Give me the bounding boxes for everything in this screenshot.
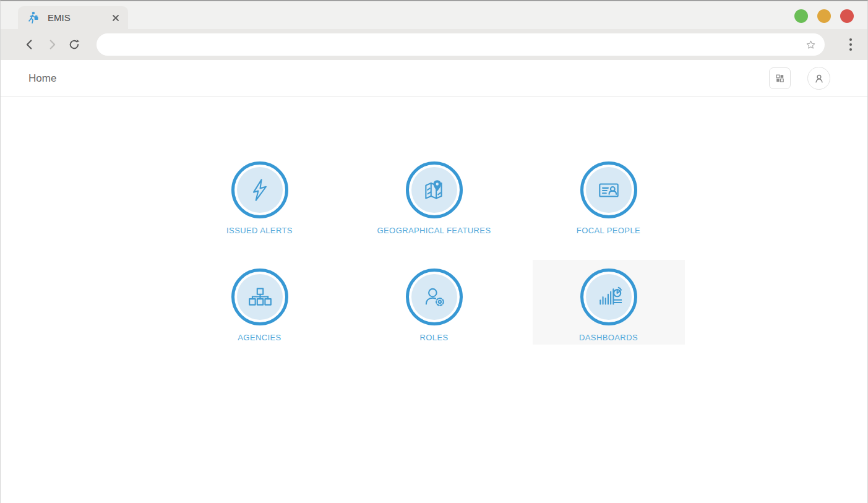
apps-grid-button[interactable] [769, 67, 791, 89]
home-content: ISSUED ALERTS [1, 153, 867, 503]
window-controls [794, 9, 854, 23]
page-title: Home [28, 72, 56, 85]
tab-title: EMIS [48, 12, 111, 23]
back-button[interactable] [21, 36, 38, 53]
header-actions [769, 67, 830, 90]
address-bar[interactable] [97, 33, 825, 56]
green-light-button[interactable] [794, 9, 808, 23]
reload-icon [67, 38, 81, 51]
user-person-icon [813, 72, 825, 85]
apps-grid-icon [775, 73, 785, 84]
tile-circle [580, 161, 637, 218]
tile-label: FOCAL PEOPLE [577, 226, 640, 235]
tab-strip: EMIS [1, 1, 867, 29]
browser-toolbar [1, 29, 867, 60]
tile-circle [580, 269, 637, 325]
user-gear-icon [421, 284, 447, 310]
org-chart-icon [247, 284, 273, 310]
bookmark-star-icon[interactable] [802, 37, 819, 53]
address-bar-input[interactable] [108, 40, 802, 49]
bar-pie-chart-icon [596, 284, 622, 310]
back-arrow-icon [23, 38, 37, 51]
tile-circle [231, 161, 288, 218]
browser-window: EMIS [0, 0, 868, 503]
tile-label: AGENCIES [238, 333, 281, 342]
id-card-icon [596, 177, 622, 203]
tile-label: ROLES [419, 333, 448, 342]
lightning-bolt-icon [247, 177, 273, 203]
forward-arrow-icon [45, 38, 59, 51]
tile-dashboards[interactable]: DASHBOARDS [533, 260, 685, 345]
red-light-button[interactable] [840, 9, 854, 23]
user-profile-button[interactable] [807, 67, 830, 90]
emis-runner-favicon-icon [25, 11, 40, 25]
reload-button[interactable] [66, 36, 83, 53]
tile-label: DASHBOARDS [579, 333, 638, 342]
tile-issued-alerts[interactable]: ISSUED ALERTS [184, 153, 336, 238]
map-pin-icon [421, 177, 447, 203]
tile-circle [231, 269, 288, 325]
tile-focal-people[interactable]: FOCAL PEOPLE [533, 153, 685, 238]
browser-menu-button[interactable] [843, 37, 858, 53]
tile-label: ISSUED ALERTS [226, 226, 293, 235]
tile-agencies[interactable]: AGENCIES [184, 260, 336, 345]
kebab-menu-icon [849, 37, 853, 52]
tile-label: GEOGRAPHICAL FEATURES [377, 226, 491, 235]
page-header: Home [1, 60, 867, 97]
tab-close-icon[interactable] [111, 13, 121, 23]
tile-geographical-features[interactable]: GEOGRAPHICAL FEATURES [358, 153, 510, 238]
tile-circle [406, 161, 463, 218]
forward-button[interactable] [43, 36, 61, 53]
tile-circle [406, 269, 463, 325]
tile-roles[interactable]: ROLES [358, 260, 510, 345]
tab-emis[interactable]: EMIS [18, 6, 128, 29]
module-tile-grid: ISSUED ALERTS [184, 153, 685, 345]
amber-light-button[interactable] [817, 9, 831, 23]
